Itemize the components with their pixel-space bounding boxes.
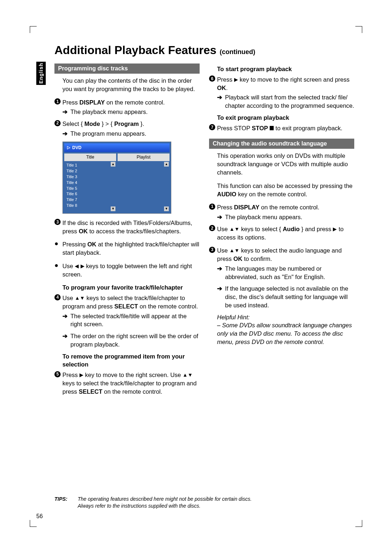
- subheading: To program your favorite track/file/chap…: [62, 283, 200, 292]
- audio-step-1-result: ➔The playback menu appears.: [217, 213, 354, 221]
- page-number: 56: [36, 513, 43, 520]
- step-6: 6 Press ▶ key to move to the right scree…: [209, 75, 354, 92]
- step-number-icon: 4: [54, 294, 61, 300]
- step-number-icon: 5: [54, 371, 61, 377]
- scroll-up-icon: ▲: [164, 162, 169, 167]
- step-number-icon: 3: [209, 247, 215, 253]
- audio-step-3: 3 Use ▲▼ keys to select the audio langua…: [209, 246, 354, 263]
- bullet-item: ● Pressing OK at the highlighted track/f…: [54, 240, 200, 257]
- step-number-icon: 1: [209, 204, 215, 210]
- intro-text: This function can also be accessed by pr…: [217, 182, 354, 198]
- step-4: 4 Use ▲▼ keys to select the track/file/c…: [54, 294, 200, 311]
- intro-text: You can play the contents of the disc in…: [62, 77, 200, 93]
- step-5: 5 Press ▶ key to move to the right scree…: [54, 371, 200, 396]
- intro-text: This operation works only on DVDs with m…: [217, 152, 354, 176]
- subheading: To exit program playback: [217, 114, 354, 122]
- right-column: To start program playback 6 Press ▶ key …: [209, 62, 354, 397]
- scroll-up-icon: ▲: [111, 162, 115, 167]
- stop-icon: [270, 126, 274, 130]
- subheading: To start program playback: [217, 65, 354, 73]
- step-1: 1 Press DISPLAY on the remote control.: [54, 98, 200, 107]
- crop-mark: [355, 26, 362, 33]
- title-list: Title 1 Title 2 Title 3 Title 4 Title 5 …: [64, 161, 116, 212]
- step-3: 3 If the disc is recorded with Titles/Fo…: [54, 219, 200, 235]
- pane-header-playlist: Playlist: [118, 153, 170, 161]
- step-number-icon: 3: [54, 219, 61, 225]
- crop-mark: [30, 26, 37, 33]
- step-4-result: ➔The selected track/file/title will appe…: [62, 312, 200, 329]
- step-number-icon: 2: [54, 120, 61, 126]
- step-number-icon: 7: [209, 124, 215, 130]
- step-4-result-2: ➔The order on the right screen will be t…: [62, 332, 200, 349]
- program-menu-screenshot: ▷DVD Title Title 1 Title 2 Title 3 Title…: [62, 142, 171, 214]
- pane-header-title: Title: [64, 153, 116, 161]
- play-icon: ▷: [67, 145, 70, 150]
- step-2-result: ➔The program menu appears.: [62, 130, 200, 138]
- page-title: Additional Playback Features (continued): [54, 44, 356, 57]
- subheading: To remove the programmed item from your …: [62, 352, 200, 369]
- audio-step-2: 2 Use ▲▼ keys to select { Audio } and pr…: [209, 225, 354, 242]
- section-heading-programming: Programming disc tracks: [54, 64, 200, 74]
- helpful-hint: Helpful Hint: – Some DVDs allow soundtra…: [217, 313, 354, 346]
- audio-step-3-result: ➔The languages may be numbered or abbrev…: [217, 265, 354, 281]
- step-number-icon: 1: [54, 98, 61, 105]
- scroll-down-icon: ▼: [111, 206, 115, 211]
- bullet-item: ● Use ◀ ▶ keys to toggle between the lef…: [54, 262, 200, 279]
- crop-mark: [30, 520, 37, 527]
- crop-mark: [355, 520, 362, 527]
- step-7: 7 Press STOP STOP to exit program playba…: [209, 124, 354, 132]
- step-1-result: ➔The playback menu appears.: [62, 108, 200, 116]
- step-6-result: ➔Playback will start from the selected t…: [217, 93, 354, 110]
- step-number-icon: 2: [209, 225, 215, 231]
- audio-step-1: 1 Press DISPLAY on the remote control.: [209, 203, 354, 212]
- section-heading-audio: Changing the audio soundtrack language: [209, 139, 354, 149]
- playlist-list: ▲ ▼: [118, 161, 170, 212]
- scroll-down-icon: ▼: [164, 206, 169, 211]
- step-number-icon: 6: [209, 75, 215, 82]
- tips-footer: TIPS: The operating features described h…: [54, 496, 345, 509]
- step-2: 2 Select { Mode } > { Program }.: [54, 120, 200, 128]
- left-column: Programming disc tracks You can play the…: [54, 62, 200, 397]
- audio-step-3-result-2: ➔If the language selected is not availab…: [217, 284, 354, 309]
